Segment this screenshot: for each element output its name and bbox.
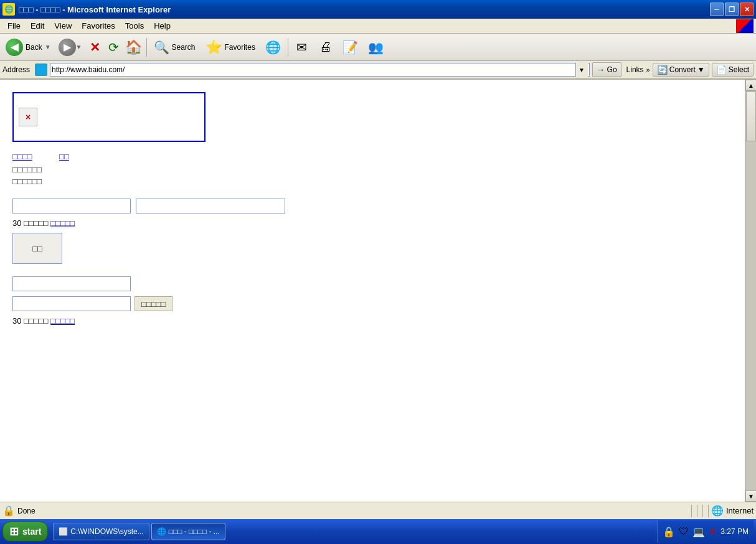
restore-button[interactable]: ❐ bbox=[725, 2, 739, 16]
menu-favorites[interactable]: Favorites bbox=[77, 20, 120, 32]
lower-link[interactable]: □□□□□ bbox=[50, 316, 75, 326]
content-area: × □□□□ □□ □□□□□□ □□□□□□ 30 □□□□□ □□□□□ □ bbox=[0, 80, 745, 502]
system-clock: 3:27 PM bbox=[721, 527, 749, 536]
lower-section: □□□□□ 30 □□□□□ □□□□□ bbox=[12, 276, 732, 326]
taskbar-item-1-icon: 🌐 bbox=[157, 527, 166, 536]
ie-icon: 🌐 bbox=[2, 3, 15, 16]
select-button[interactable]: 📄 Select bbox=[712, 63, 754, 77]
taskbar-item-0-icon: ⬜ bbox=[59, 527, 68, 536]
convert-dropdown-icon: ▼ bbox=[697, 65, 705, 74]
toolbar-separator-2 bbox=[288, 38, 288, 57]
search-row-text: 30 □□□□□ □□□□□ bbox=[12, 218, 732, 228]
menu-edit[interactable]: Edit bbox=[26, 20, 49, 32]
scroll-thumb[interactable] bbox=[746, 91, 756, 141]
taskbar: ⊞ start ⬜ C:\WINDOWS\syste... 🌐 □□□ - □□… bbox=[0, 519, 756, 544]
status-separator-1 bbox=[691, 505, 692, 517]
minimize-button[interactable]: ─ bbox=[710, 2, 724, 16]
start-flag-icon: ⊞ bbox=[9, 525, 19, 538]
favorites-button[interactable]: ⭐ Favorites bbox=[201, 36, 260, 59]
search-section: 30 □□□□□ □□□□□ □□ bbox=[12, 199, 732, 264]
favorites-label: Favorites bbox=[225, 43, 255, 52]
convert-label: Convert bbox=[669, 65, 696, 74]
status-right: 🌐 Internet bbox=[711, 505, 754, 517]
toolbar-separator-1 bbox=[146, 38, 147, 57]
taskbar-item-1-label: □□□ - □□□□ - ... bbox=[169, 527, 220, 536]
refresh-button[interactable]: ⟳ bbox=[105, 39, 123, 56]
internet-icon: 🌐 bbox=[711, 505, 724, 517]
search-label: Search bbox=[172, 43, 196, 52]
toolbar: ◀ Back ▼ ▶ ▼ ✕ ⟳ 🏠 🔍 Search ⭐ Favorites … bbox=[0, 34, 756, 61]
status-icon: 🔒 bbox=[2, 505, 15, 517]
edit-icon: 📝 bbox=[343, 40, 358, 55]
menu-file[interactable]: File bbox=[2, 20, 26, 32]
select-label: Select bbox=[729, 65, 749, 74]
back-arrow-icon: ◀ bbox=[6, 39, 23, 56]
lower-button-label: □□□□□ bbox=[141, 299, 166, 309]
status-text: Done bbox=[17, 507, 689, 515]
edit-button[interactable]: 📝 bbox=[338, 36, 362, 59]
main-area: × □□□□ □□ □□□□□□ □□□□□□ 30 □□□□□ □□□□□ □ bbox=[0, 80, 756, 502]
main-link-2[interactable]: □□ bbox=[59, 152, 69, 161]
search-input-1[interactable] bbox=[12, 199, 131, 213]
convert-icon: 🔄 bbox=[657, 65, 668, 75]
text-row-1: □□□□□□ bbox=[12, 165, 732, 174]
scroll-up-button[interactable]: ▲ bbox=[745, 80, 756, 91]
status-separator-2 bbox=[697, 505, 697, 517]
convert-button[interactable]: 🔄 Convert ▼ bbox=[653, 63, 709, 77]
mail-button[interactable]: ✉ bbox=[291, 36, 313, 59]
home-button[interactable]: 🏠 bbox=[124, 37, 144, 58]
lower-input-1[interactable] bbox=[12, 276, 131, 291]
text-row-2: □□□□□□ bbox=[12, 177, 732, 186]
print-icon: 🖨 bbox=[319, 40, 332, 54]
scroll-track bbox=[745, 91, 756, 490]
back-label: Back bbox=[26, 43, 42, 52]
menu-bar: File Edit View Favorites Tools Help bbox=[0, 19, 756, 34]
links-section: Links » bbox=[626, 65, 650, 74]
page-icon: 🌐 bbox=[35, 63, 47, 76]
media-icon: 🌐 bbox=[265, 40, 281, 55]
back-dropdown-icon: ▼ bbox=[45, 44, 51, 50]
discuss-icon: 👥 bbox=[368, 40, 384, 55]
close-button[interactable]: ✕ bbox=[740, 2, 754, 16]
taskbar-item-1[interactable]: 🌐 □□□ - □□□□ - ... bbox=[151, 523, 225, 540]
baidu-search-button[interactable]: □□ bbox=[12, 233, 62, 264]
taskbar-item-0[interactable]: ⬜ C:\WINDOWS\syste... bbox=[53, 523, 149, 540]
go-label: Go bbox=[607, 65, 617, 74]
back-button[interactable]: ◀ Back ▼ bbox=[2, 36, 54, 59]
lower-submit-button[interactable]: □□□□□ bbox=[135, 296, 172, 311]
menu-view[interactable]: View bbox=[49, 20, 77, 32]
address-bar: Address 🌐 ▼ → Go Links » 🔄 Convert ▼ 📄 S… bbox=[0, 61, 756, 80]
taskbar-items: ⬜ C:\WINDOWS\syste... 🌐 □□□ - □□□□ - ... bbox=[53, 523, 657, 540]
search-button[interactable]: 🔍 Search bbox=[149, 36, 200, 59]
address-input-wrap[interactable]: ▼ bbox=[50, 63, 590, 77]
logo-box: × bbox=[12, 92, 206, 142]
taskbar-system-tray: 🔒 🛡 💻 ✕ 3:27 PM bbox=[657, 520, 754, 543]
broken-image-icon: × bbox=[26, 112, 31, 122]
start-button[interactable]: ⊞ start bbox=[2, 522, 48, 542]
address-dropdown-icon[interactable]: ▼ bbox=[575, 63, 588, 77]
search-input-2[interactable] bbox=[136, 199, 285, 213]
address-input[interactable] bbox=[52, 65, 575, 74]
star-icon: ⭐ bbox=[206, 39, 222, 55]
tray-vm-icon: 💻 bbox=[692, 526, 705, 538]
print-button[interactable]: 🖨 bbox=[314, 36, 337, 59]
window-controls: ─ ❐ ✕ bbox=[710, 2, 754, 16]
menu-help[interactable]: Help bbox=[149, 20, 176, 32]
main-link-1[interactable]: □□□□ bbox=[12, 152, 32, 161]
tray-arrow-icon: 🔒 bbox=[663, 526, 675, 538]
scroll-down-button[interactable]: ▼ bbox=[745, 490, 756, 502]
discuss-button[interactable]: 👥 bbox=[364, 36, 388, 59]
forward-button[interactable]: ▶ ▼ bbox=[55, 36, 85, 59]
go-arrow-icon: → bbox=[597, 65, 605, 75]
lower-input-2[interactable] bbox=[12, 296, 131, 311]
media-button[interactable]: 🌐 bbox=[261, 36, 285, 59]
status-separator-3 bbox=[702, 505, 703, 517]
mail-icon: ✉ bbox=[296, 40, 307, 55]
search-link[interactable]: □□□□□ bbox=[50, 218, 75, 228]
links-expand-icon[interactable]: » bbox=[646, 66, 650, 73]
stop-button[interactable]: ✕ bbox=[87, 39, 104, 56]
go-button[interactable]: → Go bbox=[592, 62, 621, 77]
taskbar-item-0-label: C:\WINDOWS\syste... bbox=[70, 527, 143, 536]
title-bar: 🌐 □□□ - □□□□ - Microsoft Internet Explor… bbox=[0, 0, 756, 19]
menu-tools[interactable]: Tools bbox=[120, 20, 149, 32]
